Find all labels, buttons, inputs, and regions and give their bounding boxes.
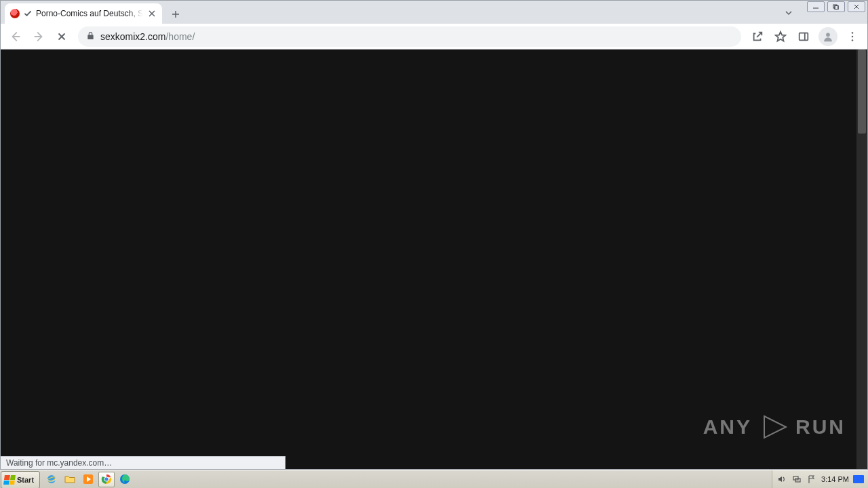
system-tray: 3:14 PM — [772, 470, 868, 488]
taskbar-app-edge[interactable] — [117, 472, 133, 487]
window-caption-buttons — [807, 1, 865, 12]
tray-network-icon[interactable] — [791, 474, 802, 485]
window-maximize-button[interactable] — [827, 1, 845, 12]
address-bar[interactable]: sexkomix2.com/home/ — [78, 26, 741, 47]
windows-taskbar: Start — [0, 470, 868, 488]
tray-flag-icon[interactable] — [806, 474, 817, 485]
chrome-window: Porno-Comics auf Deutsch, Sex-C — [0, 0, 868, 470]
windows-logo-icon — [3, 475, 16, 485]
tab-close-button[interactable] — [147, 9, 157, 18]
browser-toolbar: sexkomix2.com/home/ — [1, 24, 867, 49]
taskbar-app-explorer[interactable] — [62, 472, 78, 487]
share-button[interactable] — [747, 26, 768, 47]
status-bar: Waiting for mc.yandex.com… — [1, 456, 285, 469]
tray-clock[interactable]: 3:14 PM — [821, 475, 849, 483]
tab-favicon-icon — [10, 9, 20, 18]
tab-search-button[interactable] — [785, 7, 793, 20]
taskbar-app-chrome[interactable] — [98, 472, 115, 487]
url-path: /home/ — [165, 31, 195, 42]
new-tab-button[interactable] — [166, 5, 185, 24]
svg-rect-3 — [800, 33, 808, 40]
browser-tab-active[interactable]: Porno-Comics auf Deutsch, Sex-C — [5, 3, 162, 24]
url-host: sexkomix2.com — [100, 31, 165, 42]
bookmark-button[interactable] — [770, 26, 791, 47]
vertical-scrollbar[interactable] — [856, 49, 867, 469]
nav-stop-button[interactable] — [51, 26, 73, 47]
tab-title: Porno-Comics auf Deutsch, Sex-C — [36, 9, 143, 18]
nav-forward-button[interactable] — [28, 26, 50, 47]
scrollbar-thumb[interactable] — [858, 49, 866, 134]
svg-rect-1 — [835, 6, 838, 9]
chrome-menu-button[interactable] — [842, 26, 863, 47]
watermark-text-left: ANY — [703, 415, 752, 439]
tray-volume-icon[interactable] — [776, 474, 787, 485]
play-icon — [759, 412, 789, 442]
status-text: Waiting for mc.yandex.com… — [6, 458, 112, 468]
anyrun-watermark: ANY RUN — [703, 412, 846, 442]
svg-marker-8 — [764, 416, 786, 438]
svg-point-5 — [852, 32, 854, 34]
page-viewport: ANY RUN Waiting for mc.yandex.com… — [1, 49, 867, 469]
tray-security-icon[interactable] — [853, 475, 864, 483]
profile-button[interactable] — [818, 27, 837, 46]
taskbar-app-ie[interactable] — [43, 472, 60, 487]
lock-icon — [86, 30, 95, 43]
taskbar-app-media-player[interactable] — [80, 472, 96, 487]
tab-loaded-check-icon — [24, 9, 32, 18]
svg-point-4 — [826, 33, 830, 37]
address-url: sexkomix2.com/home/ — [100, 31, 195, 42]
nav-back-button[interactable] — [5, 26, 26, 47]
start-button[interactable]: Start — [1, 471, 40, 488]
start-label: Start — [17, 476, 34, 484]
svg-point-7 — [852, 39, 854, 41]
window-minimize-button[interactable] — [807, 1, 825, 12]
side-panel-button[interactable] — [793, 26, 814, 47]
tab-strip: Porno-Comics auf Deutsch, Sex-C — [1, 1, 867, 24]
svg-point-6 — [852, 35, 854, 37]
window-close-button[interactable] — [848, 1, 865, 12]
watermark-text-right: RUN — [795, 415, 846, 439]
taskbar-app-icons — [42, 470, 134, 488]
